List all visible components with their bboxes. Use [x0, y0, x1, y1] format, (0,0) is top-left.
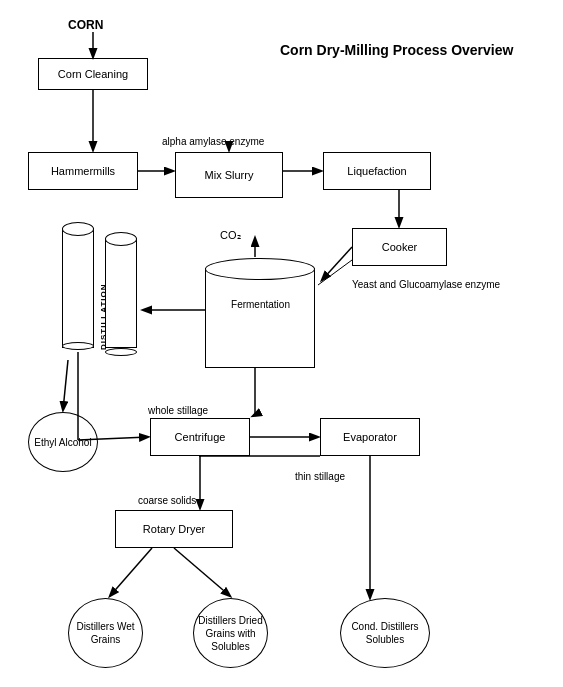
svg-line-18: [110, 548, 152, 596]
coarse-solids-label: coarse solids: [138, 494, 196, 507]
cond-distillers-solubles-circle: Cond. Distillers Solubles: [340, 598, 430, 668]
distillers-wet-grains-circle: Distillers Wet Grains: [68, 598, 143, 668]
distillation-cylinder-right-top: [105, 232, 137, 246]
page-title: Corn Dry-Milling Process Overview: [280, 42, 513, 58]
svg-line-19: [174, 548, 230, 596]
distillation-label: DISTILLATION: [100, 240, 108, 350]
svg-line-10: [63, 360, 68, 410]
fermentation-label: Fermentation: [218, 298, 303, 311]
hammermills-box: Hammermills: [28, 152, 138, 190]
distillation-cylinder-right: [105, 238, 137, 348]
yeast-gluco-label: Yeast and Glucoamylase enzyme: [352, 278, 500, 291]
distillation-cylinder-right-bottom: [105, 348, 137, 356]
liquefaction-box: Liquefaction: [323, 152, 431, 190]
distillation-cylinder-left-top: [62, 222, 94, 236]
cooker-box: Cooker: [352, 228, 447, 266]
alpha-amylase-label: alpha amylase enzyme: [162, 135, 264, 148]
thin-stillage-label: thin stillage: [295, 470, 345, 483]
svg-line-12: [253, 415, 255, 416]
rotary-dryer-box: Rotary Dryer: [115, 510, 233, 548]
svg-line-5: [322, 247, 352, 280]
corn-label: CORN: [68, 18, 103, 34]
centrifuge-box: Centrifuge: [150, 418, 250, 456]
corn-cleaning-box: Corn Cleaning: [38, 58, 148, 90]
whole-stillage-label: whole stillage: [148, 404, 208, 417]
ethyl-alcohol-circle: Ethyl Alcohol: [28, 412, 98, 472]
distillation-cylinder-left: [62, 228, 94, 348]
svg-line-21: [318, 260, 352, 285]
fermentation-tank-top: [205, 258, 315, 280]
co2-label: CO₂: [220, 228, 241, 242]
mix-slurry-box: Mix Slurry: [175, 152, 283, 198]
distillers-dried-grains-circle: Distillers Dried Grains with Solubles: [193, 598, 268, 668]
evaporator-box: Evaporator: [320, 418, 420, 456]
distillation-cylinder-left-bottom: [62, 342, 94, 350]
fermentation-tank-body: [205, 268, 315, 368]
